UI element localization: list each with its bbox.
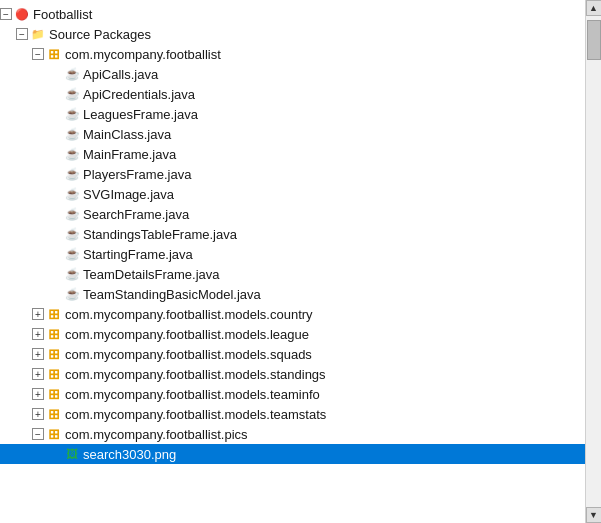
tree-item-pkg-squads[interactable]: +⊞com.mycompany.footballist.models.squad… bbox=[0, 344, 585, 364]
item-label: TeamDetailsFrame.java bbox=[83, 267, 220, 282]
tree-item-pkg-country[interactable]: +⊞com.mycompany.footballist.models.count… bbox=[0, 304, 585, 324]
tree-item-pkg-main[interactable]: −⊞com.mycompany.footballist bbox=[0, 44, 585, 64]
tree-item-pkg-teaminfo[interactable]: +⊞com.mycompany.footballist.models.teami… bbox=[0, 384, 585, 404]
tree-item-TeamStandingBasicModel[interactable]: ☕TeamStandingBasicModel.java bbox=[0, 284, 585, 304]
expand-plus-button[interactable]: + bbox=[32, 408, 44, 420]
package-icon: ⊞ bbox=[46, 366, 62, 382]
package-icon: ⊞ bbox=[46, 346, 62, 362]
project-icon: 🔴 bbox=[14, 6, 30, 22]
tree-item-StartingFrame[interactable]: ☕StartingFrame.java bbox=[0, 244, 585, 264]
tree-item-pkg-standings[interactable]: +⊞com.mycompany.footballist.models.stand… bbox=[0, 364, 585, 384]
item-label: StartingFrame.java bbox=[83, 247, 193, 262]
no-expand bbox=[48, 246, 64, 262]
expand-plus-button[interactable]: + bbox=[32, 368, 44, 380]
vertical-scrollbar[interactable]: ▲ ▼ bbox=[585, 0, 601, 523]
tree-item-root[interactable]: −🔴Footballist bbox=[0, 4, 585, 24]
item-label: MainClass.java bbox=[83, 127, 171, 142]
item-label: com.mycompany.footballist.models.teamsta… bbox=[65, 407, 326, 422]
expand-plus-button[interactable]: + bbox=[32, 348, 44, 360]
item-label: com.mycompany.footballist.pics bbox=[65, 427, 248, 442]
tree-item-ApiCredentials[interactable]: ☕ApiCredentials.java bbox=[0, 84, 585, 104]
tree-item-TeamDetailsFrame[interactable]: ☕TeamDetailsFrame.java bbox=[0, 264, 585, 284]
item-label: TeamStandingBasicModel.java bbox=[83, 287, 261, 302]
png-icon: 🖼 bbox=[64, 446, 80, 462]
java-icon: ☕ bbox=[64, 66, 80, 82]
scroll-down-button[interactable]: ▼ bbox=[586, 507, 602, 523]
java-icon: ☕ bbox=[64, 266, 80, 282]
no-expand bbox=[48, 166, 64, 182]
expand-plus-button[interactable]: + bbox=[32, 388, 44, 400]
no-expand bbox=[48, 206, 64, 222]
java-icon: ☕ bbox=[64, 226, 80, 242]
java-main-icon: ☕ bbox=[64, 126, 80, 142]
java-iface-icon: ☕ bbox=[64, 186, 80, 202]
scrollbar-track bbox=[586, 16, 601, 507]
package-icon: ⊞ bbox=[46, 306, 62, 322]
expand-plus-button[interactable]: + bbox=[32, 308, 44, 320]
item-label: com.mycompany.footballist.models.teaminf… bbox=[65, 387, 320, 402]
tree-item-LeaguesFrame[interactable]: ☕LeaguesFrame.java bbox=[0, 104, 585, 124]
folder-icon: 📁 bbox=[30, 26, 46, 42]
item-label: Footballist bbox=[33, 7, 92, 22]
tree-item-src-packages[interactable]: −📁Source Packages bbox=[0, 24, 585, 44]
item-label: search3030.png bbox=[83, 447, 176, 462]
no-expand bbox=[48, 86, 64, 102]
no-expand bbox=[48, 266, 64, 282]
no-expand bbox=[48, 126, 64, 142]
java-icon: ☕ bbox=[64, 206, 80, 222]
item-label: MainFrame.java bbox=[83, 147, 176, 162]
package-icon: ⊞ bbox=[46, 406, 62, 422]
java-icon: ☕ bbox=[64, 106, 80, 122]
item-label: Source Packages bbox=[49, 27, 151, 42]
tree-item-PlayersFrame[interactable]: ☕PlayersFrame.java bbox=[0, 164, 585, 184]
tree-item-pkg-pics[interactable]: −⊞com.mycompany.footballist.pics bbox=[0, 424, 585, 444]
no-expand bbox=[48, 226, 64, 242]
tree-item-StandingsTableFrame[interactable]: ☕StandingsTableFrame.java bbox=[0, 224, 585, 244]
package-icon: ⊞ bbox=[46, 426, 62, 442]
java-model-icon: ☕ bbox=[64, 286, 80, 302]
item-label: LeaguesFrame.java bbox=[83, 107, 198, 122]
java-icon: ☕ bbox=[64, 166, 80, 182]
no-expand bbox=[48, 286, 64, 302]
java-icon: ☕ bbox=[64, 246, 80, 262]
package-icon: ⊞ bbox=[46, 326, 62, 342]
item-label: com.mycompany.footballist.models.country bbox=[65, 307, 313, 322]
tree-item-MainClass[interactable]: ☕MainClass.java bbox=[0, 124, 585, 144]
no-expand bbox=[48, 446, 64, 462]
expand-plus-button[interactable]: + bbox=[32, 328, 44, 340]
item-label: com.mycompany.footballist.models.standin… bbox=[65, 367, 326, 382]
no-expand bbox=[48, 186, 64, 202]
expand-minus-button[interactable]: − bbox=[32, 48, 44, 60]
tree-item-SearchFrame[interactable]: ☕SearchFrame.java bbox=[0, 204, 585, 224]
package-icon: ⊞ bbox=[46, 46, 62, 62]
expand-minus-button[interactable]: − bbox=[16, 28, 28, 40]
no-expand bbox=[48, 106, 64, 122]
item-label: ApiCalls.java bbox=[83, 67, 158, 82]
item-label: ApiCredentials.java bbox=[83, 87, 195, 102]
java-icon: ☕ bbox=[64, 146, 80, 162]
item-label: SVGImage.java bbox=[83, 187, 174, 202]
item-label: PlayersFrame.java bbox=[83, 167, 191, 182]
item-label: com.mycompany.footballist.models.squads bbox=[65, 347, 312, 362]
file-tree[interactable]: −🔴Footballist−📁Source Packages−⊞com.myco… bbox=[0, 0, 585, 523]
tree-item-pkg-teamstats[interactable]: +⊞com.mycompany.footballist.models.teams… bbox=[0, 404, 585, 424]
tree-item-search3030[interactable]: 🖼search3030.png bbox=[0, 444, 585, 464]
item-label: SearchFrame.java bbox=[83, 207, 189, 222]
package-icon: ⊞ bbox=[46, 386, 62, 402]
no-expand bbox=[48, 146, 64, 162]
scrollbar-thumb[interactable] bbox=[587, 20, 601, 60]
java-icon: ☕ bbox=[64, 86, 80, 102]
scroll-up-button[interactable]: ▲ bbox=[586, 0, 602, 16]
no-expand bbox=[48, 66, 64, 82]
tree-item-pkg-league[interactable]: +⊞com.mycompany.footballist.models.leagu… bbox=[0, 324, 585, 344]
item-label: StandingsTableFrame.java bbox=[83, 227, 237, 242]
expand-minus-button[interactable]: − bbox=[0, 8, 12, 20]
item-label: com.mycompany.footballist.models.league bbox=[65, 327, 309, 342]
tree-item-ApiCalls[interactable]: ☕ApiCalls.java bbox=[0, 64, 585, 84]
tree-item-MainFrame[interactable]: ☕MainFrame.java bbox=[0, 144, 585, 164]
item-label: com.mycompany.footballist bbox=[65, 47, 221, 62]
expand-minus-button[interactable]: − bbox=[32, 428, 44, 440]
tree-item-SVGImage[interactable]: ☕SVGImage.java bbox=[0, 184, 585, 204]
